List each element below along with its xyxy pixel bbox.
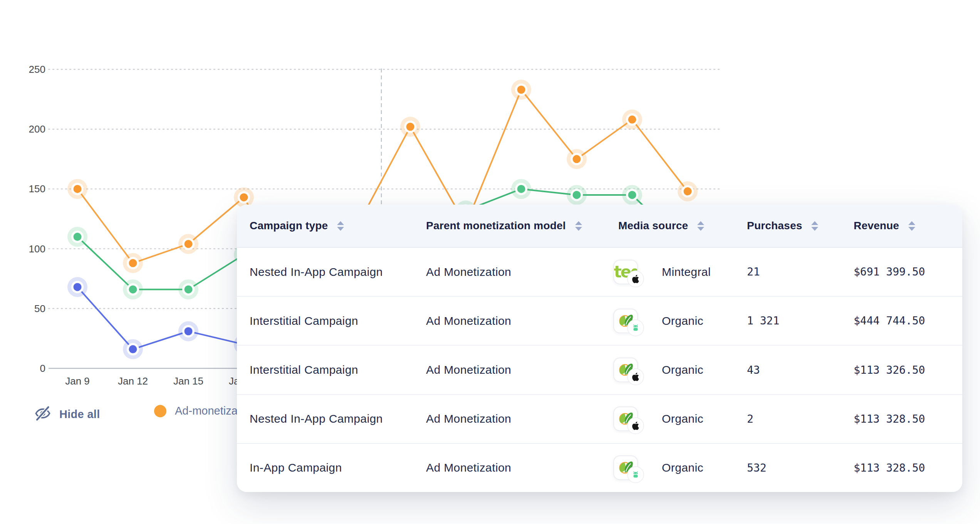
media-source-iconwrap xyxy=(613,358,638,382)
legend-dot-icon xyxy=(154,405,166,417)
media-source-iconwrap xyxy=(613,455,638,480)
table-body: Nested In-App Campaign Ad Monetization n… xyxy=(237,248,962,492)
hide-all-button[interactable]: Hide all xyxy=(34,405,100,424)
revenue-cell: $113 328.50 xyxy=(854,444,925,492)
table-header: Campaign type Parent monetization model … xyxy=(237,205,962,248)
campaign-type-cell: Interstitial Campaign xyxy=(250,297,358,345)
revenue-cell: $444 744.50 xyxy=(854,297,925,345)
media-source-name: Organic xyxy=(662,461,703,474)
table-row[interactable]: Interstitial Campaign Ad Monetization Or… xyxy=(237,346,962,395)
campaign-type-cell: Nested In-App Campaign xyxy=(250,395,383,443)
campaigns-table-card: Campaign type Parent monetization model … xyxy=(237,205,962,492)
table-row[interactable]: In-App Campaign Ad Monetization Organic … xyxy=(237,444,962,492)
media-source-iconwrap xyxy=(613,309,638,333)
purchases-cell: 2 xyxy=(747,395,753,443)
media-source-cell: Organic xyxy=(613,297,703,345)
revenue-cell: $113 328.50 xyxy=(854,395,925,443)
media-source-iconwrap: nteg xyxy=(613,260,638,284)
column-label: Revenue xyxy=(854,220,899,232)
sort-arrows-icon[interactable] xyxy=(575,221,582,231)
campaign-type-cell: Nested In-App Campaign xyxy=(250,248,383,296)
purchases-cell: 43 xyxy=(747,346,760,394)
table-row[interactable]: Interstitial Campaign Ad Monetization Or… xyxy=(237,297,962,346)
column-label: Campaign type xyxy=(250,220,328,232)
sort-arrows-icon[interactable] xyxy=(908,221,915,231)
monetization-model-cell: Ad Monetization xyxy=(426,346,511,394)
sort-arrows-icon[interactable] xyxy=(811,221,818,231)
sort-arrows-icon[interactable] xyxy=(337,221,344,231)
revenue-cell: $113 326.50 xyxy=(854,346,925,394)
sort-arrows-icon[interactable] xyxy=(697,221,704,231)
revenue-cell: $691 399.50 xyxy=(854,248,925,296)
eye-off-icon xyxy=(34,405,52,424)
dashboard-page: 050100150200250Jan 9Jan 12Jan 15Jan 18Ja… xyxy=(0,0,980,524)
purchases-cell: 1 321 xyxy=(747,297,779,345)
platform-badge-icon xyxy=(627,319,644,336)
campaign-type-cell: In-App Campaign xyxy=(250,444,342,492)
table-row[interactable]: Nested In-App Campaign Ad Monetization O… xyxy=(237,395,962,444)
monetization-model-cell: Ad Monetization xyxy=(426,248,511,296)
column-header-parent-monetization-model[interactable]: Parent monetization model xyxy=(426,205,582,247)
table-row[interactable]: Nested In-App Campaign Ad Monetization n… xyxy=(237,248,962,297)
column-label: Media source xyxy=(618,220,688,232)
platform-badge-icon xyxy=(627,417,644,434)
svg-text:100: 100 xyxy=(29,243,45,255)
monetization-model-cell: Ad Monetization xyxy=(426,395,511,443)
hide-all-label: Hide all xyxy=(59,408,100,421)
column-header-media-source[interactable]: Media source xyxy=(618,205,704,247)
monetization-model-cell: Ad Monetization xyxy=(426,444,511,492)
platform-badge-icon xyxy=(627,368,644,385)
campaign-type-cell: Interstitial Campaign xyxy=(250,346,358,394)
media-source-name: Organic xyxy=(662,363,703,376)
media-source-iconwrap xyxy=(613,406,638,431)
svg-text:Jan 15: Jan 15 xyxy=(173,375,203,387)
column-header-purchases[interactable]: Purchases xyxy=(747,205,818,247)
purchases-cell: 21 xyxy=(747,248,760,296)
svg-text:50: 50 xyxy=(34,303,45,314)
svg-text:0: 0 xyxy=(40,363,45,374)
media-source-cell: Organic xyxy=(613,346,703,394)
media-source-name: Mintegral xyxy=(662,265,711,279)
media-source-name: Organic xyxy=(662,412,703,425)
media-source-name: Organic xyxy=(662,314,703,328)
platform-badge-icon xyxy=(627,270,644,287)
column-header-revenue[interactable]: Revenue xyxy=(854,205,915,247)
media-source-cell: Organic xyxy=(613,395,703,443)
media-source-cell: nteg Mintegral xyxy=(613,248,711,296)
column-header-campaign-type[interactable]: Campaign type xyxy=(250,205,344,247)
svg-text:200: 200 xyxy=(29,123,45,135)
media-source-cell: Organic xyxy=(613,444,703,492)
svg-text:250: 250 xyxy=(29,64,45,75)
monetization-model-cell: Ad Monetization xyxy=(426,297,511,345)
column-label: Purchases xyxy=(747,220,802,232)
purchases-cell: 532 xyxy=(747,444,767,492)
column-label: Parent monetization model xyxy=(426,220,566,232)
svg-text:Jan 9: Jan 9 xyxy=(65,375,90,387)
svg-text:Jan 12: Jan 12 xyxy=(118,375,148,387)
svg-text:150: 150 xyxy=(29,183,45,195)
platform-badge-icon xyxy=(627,466,644,483)
